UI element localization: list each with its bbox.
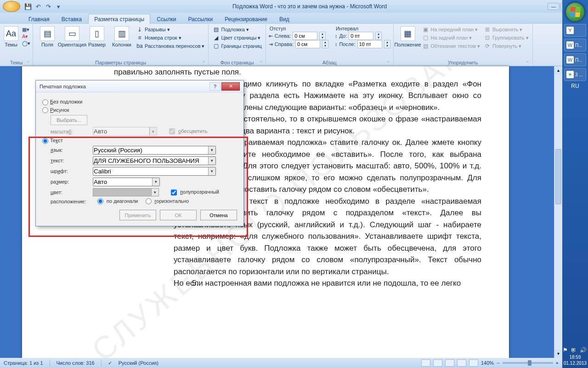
undo-icon[interactable]: ↶ [34, 2, 42, 11]
cancel-button[interactable]: Отмена [200, 210, 237, 220]
group-button[interactable]: ⊡Группировать ▾ [483, 34, 530, 42]
rotate-button[interactable]: ⟳Повернуть ▾ [483, 42, 530, 50]
text-wrap-button[interactable]: ▤Обтекание текстом ▾ [421, 42, 481, 50]
theme-colors-icon[interactable]: ▦▾ [21, 26, 31, 33]
tab-review[interactable]: Рецензирование [219, 14, 273, 24]
dialog-help-button[interactable]: ? [209, 82, 220, 91]
semitransparent-checkbox[interactable]: полупрозрачный [171, 189, 219, 196]
color-swatch[interactable] [93, 188, 152, 196]
redo-icon[interactable]: ↷ [44, 2, 52, 11]
save-icon[interactable]: 💾 [24, 2, 32, 11]
dropdown-icon[interactable]: ▾ [208, 157, 215, 165]
tab-mailings[interactable]: Рассылки [182, 14, 218, 24]
hyphenation-button[interactable]: baРасстановка переносов ▾ [135, 42, 205, 50]
scale-combo[interactable] [93, 127, 157, 136]
breaks-button[interactable]: ⤓Разрывы ▾ [135, 25, 205, 34]
font-combo[interactable] [93, 167, 216, 176]
spinner-icon[interactable]: ▴▾ [319, 32, 326, 40]
scroll-up-icon[interactable]: ▴ [554, 66, 562, 75]
status-language[interactable]: Русский (Россия) [119, 360, 158, 366]
page-color-button[interactable]: ◢Цвет страницы ▾ [211, 34, 262, 42]
tab-insert[interactable]: Вставка [56, 14, 88, 24]
theme-fonts-icon[interactable]: A▾ [21, 33, 31, 40]
spinner-icon[interactable]: ▴▾ [322, 40, 328, 48]
status-page[interactable]: Страница: 1 из 1 [4, 360, 43, 366]
language-indicator[interactable]: RU [571, 83, 579, 89]
spinner-icon[interactable]: ▴▾ [375, 32, 382, 40]
dropdown-icon[interactable]: ▾ [152, 178, 159, 186]
view-print-layout[interactable] [421, 359, 430, 367]
spacing-before[interactable]: ↕До:▴▾ [335, 32, 390, 40]
themes-button[interactable]: Aa Темы [3, 25, 19, 49]
indent-right-input[interactable] [295, 40, 320, 48]
position-button[interactable]: ▦Положение [396, 25, 419, 49]
tab-references[interactable]: Ссылки [151, 14, 181, 24]
bring-front-button[interactable]: ▣На передний план ▾ [421, 25, 481, 34]
zoom-out-button[interactable]: − [497, 360, 499, 366]
text-combo[interactable] [93, 156, 216, 165]
apply-button[interactable]: Применить [119, 210, 156, 220]
status-spellcheck-icon[interactable]: ✓ [108, 360, 112, 366]
start-button[interactable] [565, 2, 585, 22]
doc-text: правильно заполнять пустые поля. [114, 66, 481, 78]
view-draft[interactable] [469, 359, 478, 367]
watermark-button[interactable]: ▤Подложка ▾ [211, 25, 262, 34]
zoom-level[interactable]: 140% [481, 360, 494, 366]
indent-left-input[interactable] [293, 32, 317, 40]
orientation-button[interactable]: ▭Ориентация [61, 25, 84, 49]
dropdown-icon[interactable]: ▾ [152, 188, 159, 196]
clock-time[interactable]: 18:59 [563, 354, 588, 360]
tab-page-layout[interactable]: Разметка страницы [88, 14, 150, 24]
taskbar-item[interactable]: ☀3 ... [564, 68, 586, 81]
minimize-button[interactable]: — [548, 3, 560, 10]
office-button[interactable] [3, 1, 20, 12]
qat-dropdown-icon[interactable]: ▾ [54, 2, 62, 11]
indent-left[interactable]: ⇤Слева:▴▾ [269, 32, 328, 40]
size-button[interactable]: ▯Размер [85, 25, 108, 49]
line-numbers-button[interactable]: ≡Номера строк ▾ [135, 34, 205, 42]
radio-text[interactable]: Текст [42, 138, 63, 144]
dropdown-icon[interactable]: ▾ [208, 167, 215, 175]
spinner-icon[interactable]: ▴▾ [384, 40, 390, 48]
view-full-screen[interactable] [433, 359, 442, 367]
dropdown-icon[interactable]: ▾ [149, 127, 157, 135]
margins-button[interactable]: ▤Поля [36, 25, 59, 49]
size-combo[interactable] [93, 178, 160, 186]
taskbar-item-yandex[interactable]: YY [564, 24, 586, 37]
lang-combo[interactable] [93, 146, 216, 155]
radio-horizontal[interactable]: горизонтально [146, 198, 189, 205]
theme-effects-icon[interactable]: ◯▾ [21, 40, 31, 47]
taskbar-item[interactable]: WП... [564, 39, 586, 52]
columns-button[interactable]: ▥Колонки [110, 25, 133, 49]
tab-view[interactable]: Вид [274, 14, 295, 24]
dropdown-icon[interactable]: ▾ [208, 146, 215, 154]
tab-home[interactable]: Главная [23, 14, 55, 24]
ok-button[interactable]: ОК [160, 210, 197, 220]
zoom-slider[interactable] [503, 362, 553, 364]
dialog-close-button[interactable]: ✕ [221, 82, 240, 91]
system-tray[interactable]: ⚑ ⛨ 🔊 18:59 01.12.2013 [563, 345, 588, 368]
clock-date[interactable]: 01.12.2013 [563, 360, 588, 366]
radio-diagonal[interactable]: по диагонали [97, 198, 138, 205]
dialog-titlebar[interactable]: Печатная подложка ? ✕ [36, 80, 243, 92]
spacing-before-input[interactable] [349, 32, 373, 40]
align-button[interactable]: ⊞Выровнять ▾ [483, 25, 530, 34]
send-back-button[interactable]: ▢На задний план ▾ [421, 34, 481, 42]
scroll-down-icon[interactable]: ▾ [554, 350, 562, 358]
choose-picture-button[interactable]: Выбрать... [51, 115, 87, 125]
spacing-after[interactable]: ↕После:▴▾ [335, 40, 390, 48]
washout-checkbox[interactable]: обесцветить [169, 128, 208, 135]
scroll-thumb[interactable] [555, 149, 561, 204]
page-borders-button[interactable]: ▢Границы страниц [211, 42, 262, 50]
radio-picture[interactable]: Рисунок [42, 107, 69, 114]
vertical-scrollbar[interactable]: ▴ ▾ [554, 66, 562, 358]
view-web-layout[interactable] [445, 359, 454, 367]
tray-icons[interactable]: ⚑ ⛨ 🔊 [563, 347, 588, 354]
radio-no-watermark[interactable]: ББез подложкиез подложки [42, 99, 82, 105]
taskbar-item[interactable]: WП... [564, 53, 586, 66]
indent-right[interactable]: ⇥Справа:▴▾ [269, 40, 328, 48]
status-words[interactable]: Число слов: 316 [57, 360, 95, 366]
view-outline[interactable] [457, 359, 466, 367]
zoom-in-button[interactable]: + [556, 360, 559, 366]
spacing-after-input[interactable] [357, 40, 382, 48]
